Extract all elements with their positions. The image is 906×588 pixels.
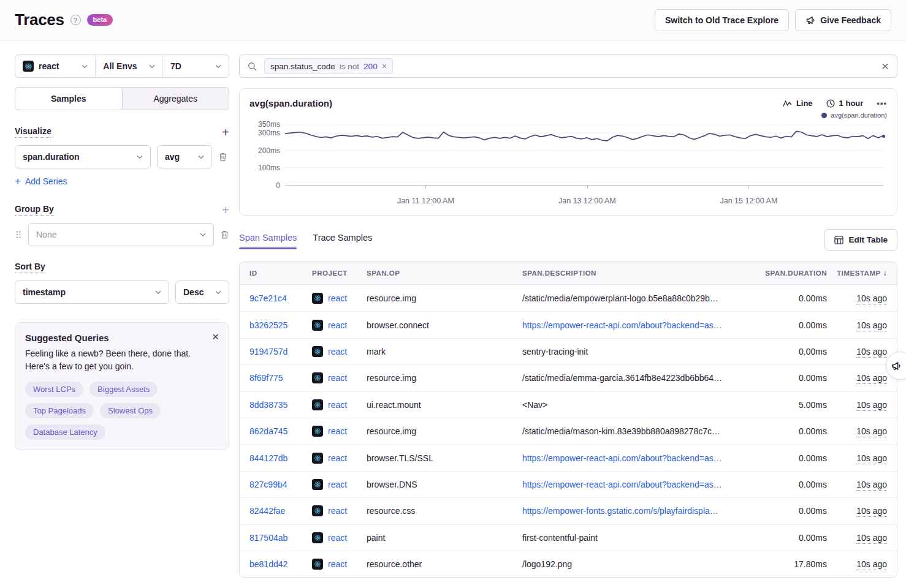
span-id-link[interactable]: b3262525 (249, 320, 312, 330)
column-header[interactable]: SPAN.DESCRIPTION (522, 270, 747, 277)
plus-icon: + (15, 177, 21, 186)
span-description[interactable]: https://empower-react-api.com/about?back… (522, 453, 747, 463)
span-id-link[interactable]: 844127db (249, 453, 312, 463)
column-header[interactable]: ID (249, 270, 312, 277)
timestamp[interactable]: 10s ago (856, 426, 887, 437)
column-header[interactable]: SPAN.OP (367, 270, 522, 277)
project-link[interactable]: react (328, 559, 347, 569)
project-link[interactable]: react (328, 426, 347, 436)
tab-trace-samples[interactable]: Trace Samples (313, 233, 372, 249)
edit-table-button[interactable]: Edit Table (824, 229, 897, 251)
close-icon[interactable]: × (212, 333, 219, 341)
tab-span-samples[interactable]: Span Samples (239, 233, 297, 249)
add-visualize-icon[interactable]: + (222, 128, 229, 137)
filter-token-operator: is not (340, 62, 359, 71)
chart-type-button[interactable]: Line (783, 99, 813, 108)
clear-search-icon[interactable]: × (881, 59, 889, 74)
column-header[interactable]: PROJECT (312, 270, 367, 277)
x-axis-tick-label: Jan 13 12:00 AM (558, 197, 616, 205)
project-link[interactable]: react (328, 453, 347, 463)
help-icon[interactable]: ? (70, 15, 81, 25)
span-description: /static/media/emma-garcia.3614fb8e4223db… (522, 373, 747, 383)
suggested-query-chip[interactable]: Top Pageloads (25, 403, 94, 418)
switch-old-explore-button[interactable]: Switch to Old Trace Explore (655, 9, 789, 31)
timestamp[interactable]: 10s ago (856, 506, 887, 517)
project-cell: react (312, 559, 367, 570)
span-id-link[interactable]: 827c99b4 (249, 480, 312, 489)
give-feedback-button[interactable]: Give Feedback (795, 9, 891, 31)
drag-handle-icon[interactable] (15, 230, 22, 239)
span-description: sentry-tracing-init (522, 347, 747, 356)
add-series-button[interactable]: + Add Series (15, 176, 229, 186)
span-id-link[interactable]: 9c7e21c4 (249, 293, 312, 303)
suggested-query-chip[interactable]: Worst LCPs (25, 382, 83, 397)
project-link[interactable]: react (328, 347, 347, 356)
give-feedback-label: Give Feedback (820, 15, 881, 25)
span-id-link[interactable]: 862da745 (249, 426, 312, 436)
span-description[interactable]: https://empower-fonts.gstatic.com/s/play… (522, 506, 747, 516)
span-description[interactable]: https://empower-react-api.com/about?back… (522, 480, 747, 489)
timestamp[interactable]: 10s ago (856, 559, 887, 570)
project-link[interactable]: react (328, 373, 347, 383)
span-id-link[interactable]: 817504ab (249, 533, 312, 543)
visualize-aggregate-select[interactable]: avg (157, 145, 212, 168)
sort-field-select[interactable]: timestamp (15, 281, 169, 304)
column-header[interactable]: SPAN.DURATION (747, 270, 827, 277)
chart-interval-button[interactable]: 1 hour (826, 99, 864, 108)
project-link[interactable]: react (328, 320, 347, 330)
column-header[interactable]: TIMESTAMP ↓ (827, 269, 887, 277)
tab-aggregates[interactable]: Aggregates (123, 88, 229, 110)
project-link[interactable]: react (328, 533, 347, 543)
span-id-link[interactable]: 8f69f775 (249, 373, 312, 383)
delete-group-by-icon[interactable] (220, 230, 229, 239)
span-id-link[interactable]: 8dd38735 (249, 400, 312, 410)
suggested-queries-title: Suggested Queries (25, 333, 109, 343)
date-range-selector[interactable]: 7D (162, 55, 229, 77)
span-description: /static/media/mason-kim.83e39bb880a89827… (522, 426, 747, 436)
timestamp[interactable]: 10s ago (856, 320, 887, 331)
timestamp-cell: 10s ago (827, 533, 887, 543)
table-row: 862da745reactresource.img/static/media/m… (240, 418, 897, 444)
span-id-link[interactable]: 9194757d (249, 347, 312, 356)
timestamp[interactable]: 10s ago (856, 373, 887, 384)
timestamp[interactable]: 10s ago (856, 533, 887, 544)
project-selector[interactable]: react (15, 55, 95, 77)
project-link[interactable]: react (328, 506, 347, 516)
remove-token-icon[interactable]: × (382, 61, 387, 71)
project-link[interactable]: react (328, 293, 347, 303)
filter-token[interactable]: span.status_code is not 200 × (264, 58, 393, 74)
chart-overflow-menu-icon[interactable]: ••• (877, 99, 887, 108)
search-bar[interactable]: span.status_code is not 200 × × (239, 55, 897, 78)
sort-direction-select[interactable]: Desc (175, 281, 229, 304)
add-group-by-icon[interactable]: + (222, 206, 229, 214)
span-description[interactable]: https://empower-react-api.com/about?back… (522, 320, 747, 330)
group-by-select[interactable]: None (28, 223, 214, 246)
visualize-field-select[interactable]: span.duration (15, 145, 151, 168)
chart-legend[interactable]: avg(span.duration) (249, 111, 887, 119)
timestamp[interactable]: 10s ago (856, 400, 887, 411)
suggested-query-chip[interactable]: Database Latency (25, 424, 105, 440)
chart-plot-area (285, 124, 883, 186)
project-cell: react (312, 532, 367, 543)
timestamp[interactable]: 10s ago (856, 453, 887, 464)
span-id-link[interactable]: 82442fae (249, 506, 312, 516)
clock-icon (826, 99, 835, 108)
visualize-aggregate-value: avg (165, 152, 180, 162)
timestamp[interactable]: 10s ago (856, 347, 887, 358)
tab-samples[interactable]: Samples (15, 88, 123, 110)
span-op: resource.img (367, 373, 522, 383)
environment-selector[interactable]: All Envs (95, 55, 162, 77)
line-chart[interactable]: 0100ms200ms300ms350ms Jan 11 12:00 AMJan… (249, 119, 887, 210)
span-id-link[interactable]: be81dd42 (249, 559, 312, 569)
suggested-query-chip[interactable]: Biggest Assets (89, 382, 158, 397)
y-axis-tick-label: 200ms (249, 146, 280, 155)
span-duration: 0.00ms (747, 293, 827, 303)
suggested-query-chip[interactable]: Slowest Ops (100, 403, 161, 418)
project-link[interactable]: react (328, 400, 347, 410)
timestamp[interactable]: 10s ago (856, 480, 887, 491)
project-link[interactable]: react (328, 480, 347, 489)
timestamp[interactable]: 10s ago (856, 293, 887, 304)
delete-series-icon[interactable] (218, 152, 227, 162)
megaphone-icon (805, 15, 815, 25)
y-axis-tick-label: 0 (249, 181, 280, 190)
